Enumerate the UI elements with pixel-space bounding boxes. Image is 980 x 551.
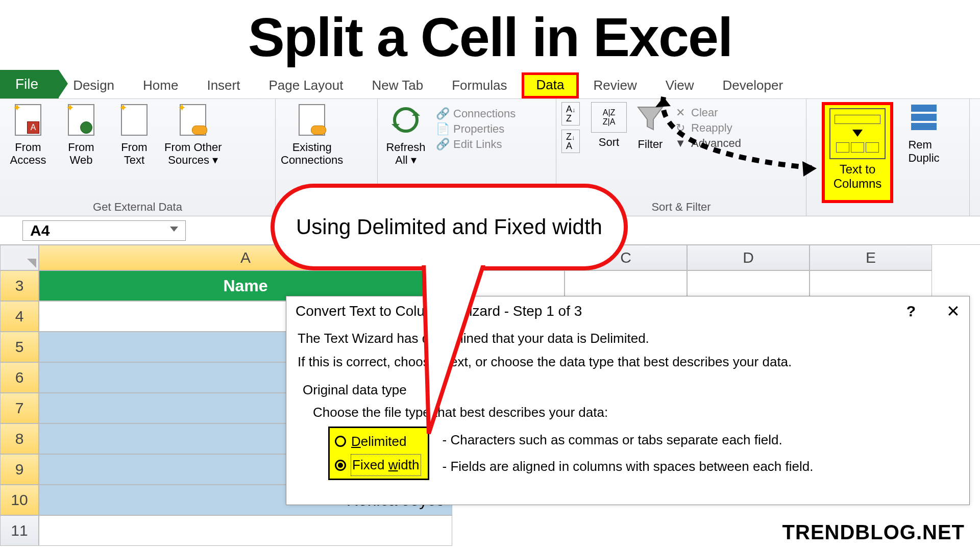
from-text-label: From Text (121, 141, 147, 167)
page-title: Split a Cell in Excel (0, 0, 980, 71)
edit-links-button[interactable]: 🔗Edit Links (436, 138, 516, 151)
callout-annotation: Using Delimited and Fixed width (271, 184, 648, 291)
col-header-d[interactable]: D (687, 245, 810, 270)
reapply-icon: ↻ (674, 121, 687, 135)
svg-marker-3 (638, 107, 663, 130)
radio-fixed-width-icon (335, 460, 346, 471)
svg-point-0 (395, 109, 417, 131)
from-web-button[interactable]: ✦From Web (58, 102, 104, 167)
from-other-sources-button[interactable]: ✦From Other Sources ▾ (164, 102, 222, 167)
watermark: TRENDBLOG.NET (782, 521, 965, 544)
tab-design[interactable]: Design (59, 73, 129, 98)
remove-duplicates-icon (911, 105, 937, 135)
sort-za-button[interactable]: Z↓A (561, 130, 580, 153)
row-header-4[interactable]: 4 (0, 301, 39, 332)
remove-duplicates-button[interactable]: Rem Duplic (903, 105, 944, 165)
tab-file[interactable]: File (0, 70, 59, 98)
radio-fixed-width[interactable]: Fixed width (335, 455, 421, 475)
advanced-icon: ▼ (674, 137, 687, 150)
from-access-label: From Access (10, 141, 46, 167)
refresh-all-button[interactable]: Refresh All ▾ (383, 102, 429, 167)
filter-button[interactable]: Filter (634, 102, 667, 151)
group-get-external-data-label: Get External Data (5, 198, 270, 214)
tab-view[interactable]: View (651, 73, 708, 98)
properties-button[interactable]: 📄Properties (436, 122, 516, 136)
svg-marker-6 (424, 260, 485, 434)
sort-az-button[interactable]: A↓Z (561, 102, 580, 126)
wizard-close-button[interactable]: ✕ (946, 302, 960, 321)
connections-button[interactable]: 🔗Connections (436, 107, 516, 120)
cell-a11[interactable] (39, 515, 452, 546)
connections-icon: 🔗 (436, 107, 449, 120)
from-access-button[interactable]: ✦AFrom Access (5, 102, 51, 167)
row-header-7[interactable]: 7 (0, 393, 39, 423)
row-header-10[interactable]: 10 (0, 485, 39, 515)
select-all-corner[interactable] (0, 245, 39, 270)
clear-filter-button[interactable]: ✕Clear (674, 106, 741, 119)
from-text-button[interactable]: ✦From Text (111, 102, 157, 167)
radio-fixed-width-label: Fixed width (351, 455, 421, 475)
name-box[interactable]: A4 (22, 220, 186, 241)
sort-button[interactable]: A|ZZ|ASort (591, 102, 627, 149)
row-header-3[interactable]: 3 (0, 270, 39, 301)
tab-data[interactable]: Data (522, 72, 579, 98)
row-header-5[interactable]: 5 (0, 332, 39, 362)
from-other-label: From Other Sources ▾ (164, 141, 222, 167)
text-to-columns-icon (829, 108, 886, 159)
advanced-filter-button[interactable]: ▼Advanced (674, 137, 741, 150)
tab-page-layout[interactable]: Page Layout (254, 73, 357, 98)
edit-links-icon: 🔗 (436, 138, 449, 151)
from-web-label: From Web (68, 141, 94, 167)
tab-home[interactable]: Home (129, 73, 192, 98)
reapply-filter-button[interactable]: ↻Reapply (674, 121, 741, 135)
row-header-6[interactable]: 6 (0, 362, 39, 393)
row-header-9[interactable]: 9 (0, 454, 39, 485)
radio-fixed-width-desc: - Fields are aligned in columns with spa… (443, 456, 814, 477)
existing-connections-label: Existing Connections (281, 141, 343, 167)
text-to-columns-button[interactable]: Text to Columns (822, 102, 893, 203)
col-header-e[interactable]: E (810, 245, 932, 270)
tab-new-tab[interactable]: New Tab (357, 73, 437, 98)
name-box-dropdown-icon[interactable] (170, 227, 178, 235)
tab-formulas[interactable]: Formulas (437, 73, 521, 98)
wizard-help-button[interactable]: ? (906, 303, 916, 320)
ribbon-tabs: File Design Home Insert Page Layout New … (0, 71, 980, 99)
clear-icon: ✕ (674, 106, 687, 119)
tab-review[interactable]: Review (579, 73, 651, 98)
tab-developer[interactable]: Developer (708, 73, 798, 98)
refresh-all-label: Refresh All ▾ (386, 141, 425, 167)
row-header-11[interactable]: 11 (0, 515, 39, 546)
filter-icon (634, 102, 667, 138)
properties-icon: 📄 (436, 122, 449, 136)
tab-insert[interactable]: Insert (192, 73, 254, 98)
row-header-8[interactable]: 8 (0, 423, 39, 454)
svg-rect-7 (422, 245, 488, 265)
existing-connections-button[interactable]: Existing Connections (281, 102, 343, 167)
